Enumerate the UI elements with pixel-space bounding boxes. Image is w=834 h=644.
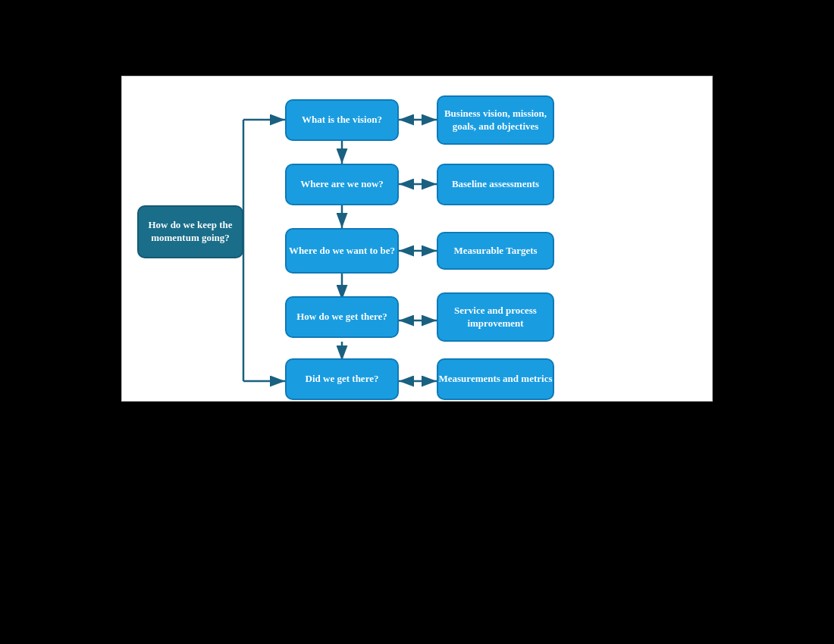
vision-question-box: What is the vision?: [285, 99, 399, 141]
momentum-box: How do we keep the momentum going?: [137, 205, 243, 258]
get-question-box: How do we get there?: [285, 296, 399, 338]
vision-answer-box: Business vision, mission, goals, and obj…: [437, 95, 554, 145]
get-answer-box: Service and process improvement: [437, 292, 554, 342]
now-question-box: Where are we now?: [285, 164, 399, 205]
want-question-box: Where do we want to be?: [285, 228, 399, 274]
now-answer-box: Baseline assessments: [437, 164, 554, 205]
did-answer-box: Measurements and metrics: [437, 358, 554, 400]
want-answer-box: Measurable Targets: [437, 232, 554, 270]
diagram-container: How do we keep the momentum going? What …: [121, 76, 713, 402]
did-question-box: Did we get there?: [285, 358, 399, 400]
